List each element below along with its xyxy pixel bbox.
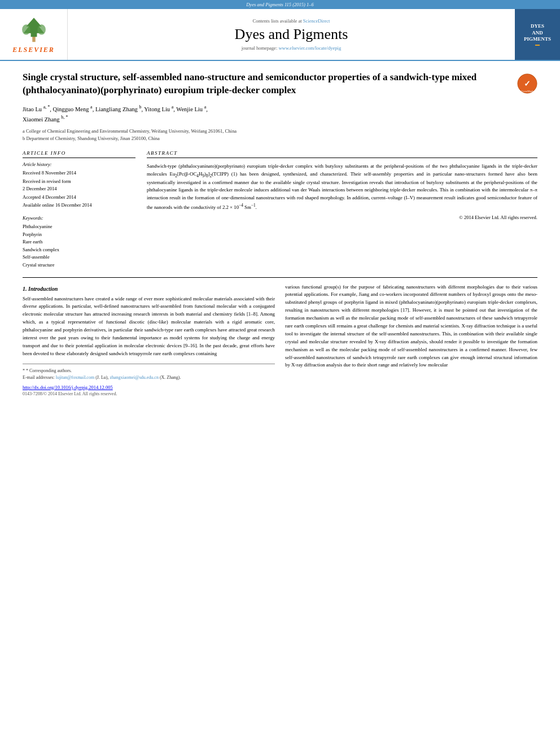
copyright-line: © 2014 Elsevier Ltd. All rights reserved… — [147, 215, 537, 220]
intro-paragraph2: various functional group(s) for the purp… — [285, 283, 537, 370]
sciencedirect-link[interactable]: ScienceDirect — [303, 18, 330, 24]
elsevier-logo: ELSEVIER — [0, 9, 68, 60]
keywords-heading: Keywords: — [23, 215, 135, 221]
keyword-rare-earth: Rare earth — [23, 238, 135, 246]
article-info-heading: Article Info — [23, 150, 135, 158]
footnote-email: E-mail addresses: lujitan@foxmail.com (J… — [23, 374, 275, 381]
right-column: various functional group(s) for the purp… — [285, 283, 537, 396]
email1-name: (J. Lu), — [95, 375, 108, 380]
affiliation-b: b Department of Chemistry, Shandong Univ… — [23, 135, 537, 142]
article-title: Single crystal structure, self-assembled… — [23, 71, 517, 97]
footnote-star: * — [23, 368, 25, 373]
article-info-box: Article Info Article history: Received 8… — [23, 150, 135, 269]
info-abstract-row: Article Info Article history: Received 8… — [23, 150, 537, 269]
contents-label: Contents lists available at — [253, 18, 302, 24]
article-body: Single crystal structure, self-assembled… — [0, 61, 560, 407]
corresponding-text: * Corresponding authors. — [26, 368, 72, 373]
affiliations: a College of Chemical Engineering and En… — [23, 128, 537, 142]
keyword-porphyrin: Porphyrin — [23, 231, 135, 239]
page: Dyes and Pigments 115 (2015) 1–6 ELSEVIE… — [0, 0, 560, 747]
homepage-link[interactable]: www.elsevier.com/locate/dyepig — [278, 45, 341, 51]
thumb-line1: DYES — [531, 23, 544, 29]
keyword-sandwich: Sandwich complex — [23, 246, 135, 254]
svg-text:✓: ✓ — [524, 80, 531, 88]
elsevier-text: ELSEVIER — [12, 46, 55, 54]
keyword-crystal: Crystal structure — [23, 261, 135, 269]
section-divider — [23, 277, 537, 278]
abstract-heading-text: Abstract — [147, 150, 178, 156]
crossmark-icon: ✓ CrossMark — [517, 73, 537, 94]
history-section: Article history: Received 8 November 201… — [23, 161, 135, 209]
left-column: 1. Introduction Self-assembled nanostruc… — [23, 283, 275, 396]
footnote-corresponding: * * Corresponding authors. — [23, 368, 275, 374]
contents-line: Contents lists available at ScienceDirec… — [253, 18, 330, 24]
journal-thumbnail: DYES AND PIGMENTS — [515, 9, 560, 60]
accepted-date: Accepted 4 December 2014 — [23, 194, 135, 202]
email2-name: (X. Zhang). — [160, 375, 181, 380]
thumb-and: AND — [532, 30, 543, 36]
abstract-heading: Abstract — [147, 150, 537, 158]
footnote-area: * * Corresponding authors. E-mail addres… — [23, 364, 275, 396]
svg-text:CrossMark: CrossMark — [521, 90, 534, 93]
revised-date: Received in revised form 2 December 2014 — [23, 178, 135, 193]
main-content: 1. Introduction Self-assembled nanostruc… — [23, 283, 537, 396]
history-heading: Article history: — [23, 161, 135, 167]
affiliation-a: a College of Chemical Engineering and En… — [23, 128, 537, 135]
revised-value: 2 December 2014 — [23, 186, 56, 191]
article-info-heading-text: Article Info — [23, 150, 66, 156]
elsevier-tree-icon — [14, 15, 54, 43]
top-bar: Dyes and Pigments 115 (2015) 1–6 — [0, 0, 560, 9]
revised-label: Received in revised form — [23, 178, 71, 184]
homepage-label: journal homepage: — [242, 45, 278, 51]
abstract-box: Abstract Sandwich-type (phthalocyaninato… — [147, 150, 537, 269]
journal-header: ELSEVIER Contents lists available at Sci… — [0, 9, 560, 61]
email2-link[interactable]: zhangxiaomei@sdu.edu.cn — [110, 375, 158, 380]
homepage-line: journal homepage: www.elsevier.com/locat… — [242, 45, 341, 51]
email-label: E-mail addresses: — [23, 375, 55, 380]
keywords-section: Keywords: Phthalocyanine Porphyrin Rare … — [23, 215, 135, 269]
online-date: Available online 16 December 2014 — [23, 202, 135, 209]
intro-heading: 1. Introduction — [23, 286, 275, 292]
article-title-section: Single crystal structure, self-assembled… — [23, 71, 537, 97]
thumb-line3: PIGMENTS — [524, 36, 551, 42]
keyword-self-assemble: Self-assemble — [23, 254, 135, 261]
svg-point-3 — [37, 24, 46, 34]
authors: Jitao Lu a, *, Qingguo Meng a, Lianglian… — [23, 104, 537, 125]
thumb-accent-bar — [535, 45, 540, 46]
intro-paragraph1: Self-assembled nanostructures have creat… — [23, 295, 275, 358]
journal-center: Contents lists available at ScienceDirec… — [68, 9, 515, 60]
received-date: Received 8 November 2014 — [23, 169, 135, 177]
doi-link[interactable]: http://dx.doi.org/10.1016/j.dyepig.2014.… — [23, 385, 113, 390]
svg-point-2 — [22, 24, 30, 34]
keyword-phthalocyanine: Phthalocyanine — [23, 223, 135, 231]
issn-line: 0143-7208/© 2014 Elsevier Ltd. All right… — [23, 391, 275, 396]
topbar-text: Dyes and Pigments 115 (2015) 1–6 — [246, 2, 314, 7]
journal-title: Dyes and Pigments — [235, 26, 348, 43]
thumb-title: DYES AND PIGMENTS — [524, 23, 551, 43]
email1-link[interactable]: lujitan@foxmail.com — [56, 375, 94, 380]
abstract-text: Sandwich-type (phthalocyaninato)(porphyr… — [147, 163, 537, 211]
doi-line: http://dx.doi.org/10.1016/j.dyepig.2014.… — [23, 385, 275, 390]
